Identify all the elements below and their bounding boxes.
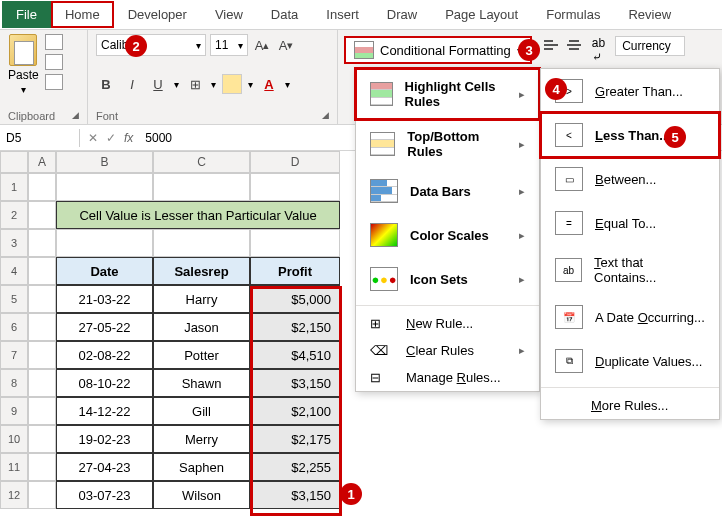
menu-clear-rules[interactable]: ⌫Clear Rules▸ bbox=[356, 337, 539, 364]
date-cell[interactable]: 08-10-22 bbox=[56, 369, 153, 397]
submenu-text-contains[interactable]: abText that Contains... bbox=[541, 245, 719, 295]
row-header[interactable]: 5 bbox=[0, 285, 28, 313]
date-cell[interactable]: 19-02-23 bbox=[56, 425, 153, 453]
menu-highlight-cells-rules[interactable]: Highlight Cells Rules▸ bbox=[356, 69, 539, 119]
menu-icon-sets[interactable]: ●●● Icon Sets▸ bbox=[356, 257, 539, 301]
cell[interactable] bbox=[28, 173, 56, 201]
title-cell[interactable]: Cell Value is Lesser than Particular Val… bbox=[56, 201, 340, 229]
align-left-icon[interactable] bbox=[542, 36, 562, 54]
row-header[interactable]: 8 bbox=[0, 369, 28, 397]
row-header[interactable]: 11 bbox=[0, 453, 28, 481]
name-cell[interactable]: Gill bbox=[153, 397, 250, 425]
cell[interactable] bbox=[28, 285, 56, 313]
name-cell[interactable]: Merry bbox=[153, 425, 250, 453]
cell[interactable] bbox=[28, 229, 56, 257]
cell[interactable] bbox=[28, 425, 56, 453]
row-header[interactable]: 9 bbox=[0, 397, 28, 425]
menu-color-scales[interactable]: Color Scales▸ bbox=[356, 213, 539, 257]
name-cell[interactable]: Wilson bbox=[153, 481, 250, 509]
font-name-select[interactable]: Calibri▾ bbox=[96, 34, 206, 56]
name-cell[interactable]: Jason bbox=[153, 313, 250, 341]
cell[interactable] bbox=[56, 229, 153, 257]
cell[interactable] bbox=[250, 229, 340, 257]
select-all-triangle[interactable] bbox=[0, 151, 28, 173]
cell[interactable] bbox=[28, 257, 56, 285]
cut-icon[interactable] bbox=[45, 34, 63, 50]
conditional-formatting-button[interactable]: Conditional Formatting ▾ bbox=[344, 36, 532, 64]
date-cell[interactable]: 02-08-22 bbox=[56, 341, 153, 369]
date-cell[interactable]: 27-05-22 bbox=[56, 313, 153, 341]
profit-cell[interactable]: $2,100 bbox=[250, 397, 340, 425]
tab-data[interactable]: Data bbox=[257, 1, 312, 28]
profit-cell[interactable]: $2,175 bbox=[250, 425, 340, 453]
enter-icon[interactable]: ✓ bbox=[106, 131, 116, 145]
profit-cell[interactable]: $2,150 bbox=[250, 313, 340, 341]
italic-button[interactable]: I bbox=[122, 74, 142, 94]
name-cell[interactable]: Shawn bbox=[153, 369, 250, 397]
row-header[interactable]: 2 bbox=[0, 201, 28, 229]
row-header[interactable]: 1 bbox=[0, 173, 28, 201]
submenu-date-occurring[interactable]: 📅A Date Occurring... bbox=[541, 295, 719, 339]
bold-button[interactable]: B bbox=[96, 74, 116, 94]
submenu-duplicate-values[interactable]: ⧉Duplicate Values... bbox=[541, 339, 719, 383]
submenu-less-than[interactable]: <Less Than... bbox=[541, 113, 719, 157]
col-header-b[interactable]: B bbox=[56, 151, 153, 173]
submenu-between[interactable]: ▭Between... bbox=[541, 157, 719, 201]
tab-file[interactable]: File bbox=[2, 1, 51, 28]
submenu-more-rules[interactable]: More Rules... bbox=[541, 392, 719, 419]
row-header[interactable]: 7 bbox=[0, 341, 28, 369]
menu-top-bottom-rules[interactable]: Top/Bottom Rules▸ bbox=[356, 119, 539, 169]
copy-icon[interactable] bbox=[45, 54, 63, 70]
profit-cell[interactable]: $3,150 bbox=[250, 481, 340, 509]
row-header[interactable]: 12 bbox=[0, 481, 28, 509]
submenu-greater-than[interactable]: >Greater Than... bbox=[541, 69, 719, 113]
cell[interactable] bbox=[28, 453, 56, 481]
align-center-icon[interactable] bbox=[564, 36, 584, 54]
profit-cell[interactable]: $5,000 bbox=[250, 285, 340, 313]
dialog-launcher-icon[interactable]: ◢ bbox=[322, 110, 329, 120]
borders-icon[interactable]: ⊞ bbox=[185, 74, 205, 94]
date-cell[interactable]: 14-12-22 bbox=[56, 397, 153, 425]
fill-color-icon[interactable] bbox=[222, 74, 242, 94]
tab-pagelayout[interactable]: Page Layout bbox=[431, 1, 532, 28]
tab-formulas[interactable]: Formulas bbox=[532, 1, 614, 28]
name-box[interactable]: D5 bbox=[0, 129, 80, 147]
cell[interactable] bbox=[28, 369, 56, 397]
menu-manage-rules[interactable]: ⊟Manage Rules... bbox=[356, 364, 539, 391]
row-header[interactable]: 3 bbox=[0, 229, 28, 257]
header-profit[interactable]: Profit bbox=[250, 257, 340, 285]
paste-button[interactable]: Paste ▾ bbox=[8, 34, 39, 95]
profit-cell[interactable]: $3,150 bbox=[250, 369, 340, 397]
submenu-equal-to[interactable]: =Equal To... bbox=[541, 201, 719, 245]
cell[interactable] bbox=[28, 481, 56, 509]
header-salesrep[interactable]: Salesrep bbox=[153, 257, 250, 285]
row-header[interactable]: 6 bbox=[0, 313, 28, 341]
header-date[interactable]: Date bbox=[56, 257, 153, 285]
format-painter-icon[interactable] bbox=[45, 74, 63, 90]
menu-new-rule[interactable]: ⊞New Rule... bbox=[356, 310, 539, 337]
cell[interactable] bbox=[28, 313, 56, 341]
fx-icon[interactable]: fx bbox=[124, 131, 133, 145]
chevron-down-icon[interactable]: ▾ bbox=[174, 79, 179, 90]
row-header[interactable]: 10 bbox=[0, 425, 28, 453]
date-cell[interactable]: 21-03-22 bbox=[56, 285, 153, 313]
formula-input[interactable] bbox=[141, 129, 341, 147]
cell[interactable] bbox=[28, 397, 56, 425]
row-header[interactable]: 4 bbox=[0, 257, 28, 285]
cell[interactable] bbox=[153, 173, 250, 201]
name-cell[interactable]: Harry bbox=[153, 285, 250, 313]
dialog-launcher-icon[interactable]: ◢ bbox=[72, 110, 79, 120]
col-header-a[interactable]: A bbox=[28, 151, 56, 173]
font-size-select[interactable]: 11▾ bbox=[210, 34, 248, 56]
cell[interactable] bbox=[28, 341, 56, 369]
menu-data-bars[interactable]: Data Bars▸ bbox=[356, 169, 539, 213]
tab-insert[interactable]: Insert bbox=[312, 1, 373, 28]
underline-button[interactable]: U bbox=[148, 74, 168, 94]
cancel-icon[interactable]: ✕ bbox=[88, 131, 98, 145]
tab-developer[interactable]: Developer bbox=[114, 1, 201, 28]
profit-cell[interactable]: $4,510 bbox=[250, 341, 340, 369]
cell[interactable] bbox=[250, 173, 340, 201]
wrap-text-icon[interactable]: ab⤶ bbox=[592, 36, 605, 64]
cell[interactable] bbox=[153, 229, 250, 257]
tab-view[interactable]: View bbox=[201, 1, 257, 28]
